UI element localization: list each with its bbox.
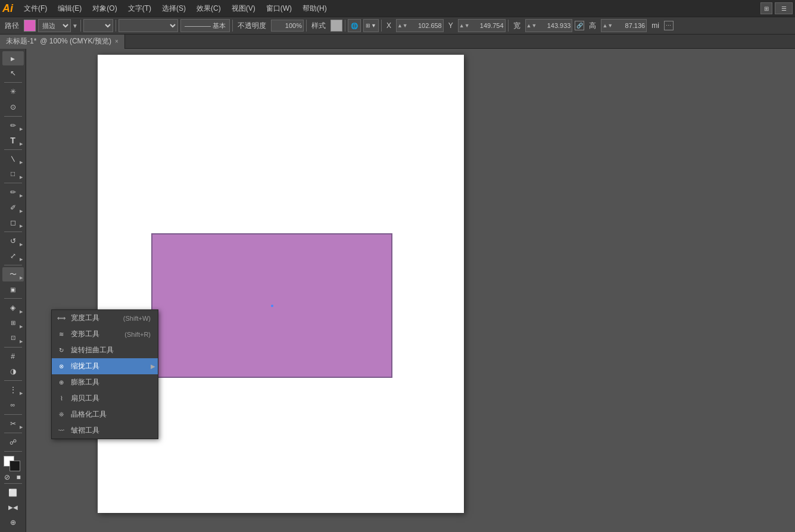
globe-btn[interactable]: 🌐	[348, 19, 361, 32]
ctx-pucker-tool[interactable]: ⊗ 缩拢工具 ▶	[52, 358, 158, 374]
extra-tools[interactable]: ▶◀	[2, 500, 24, 515]
bloat-tool-icon: ⊕	[57, 378, 66, 387]
menu-object[interactable]: 对象(O)	[88, 2, 121, 15]
stroke-select[interactable]: 描边	[38, 19, 71, 32]
ctx-twirl-tool[interactable]: ↻ 旋转扭曲工具	[52, 342, 158, 358]
document-tab[interactable]: 未标题-1* @ 100% (CMYK/预览) ×	[0, 35, 125, 49]
artboard	[98, 55, 464, 513]
style-preview	[331, 20, 342, 32]
pen-tool[interactable]: ✏ ▶	[2, 118, 24, 133]
selection-tool[interactable]: ▸	[2, 51, 24, 65]
line-tool[interactable]: / ▶	[2, 152, 24, 166]
ctx-wrinkle-label: 皱褶工具	[71, 425, 151, 436]
scissors-tool[interactable]: ✂ ▶	[2, 417, 24, 431]
ctx-wrinkle-tool[interactable]: 〰 皱褶工具	[52, 423, 158, 439]
menu-help[interactable]: 帮助(H)	[298, 2, 332, 15]
blend-tool[interactable]: ∞	[2, 398, 24, 412]
twirl-tool-icon: ↻	[57, 346, 66, 355]
pencil-tool[interactable]: ✐ ▶	[2, 200, 24, 214]
unit-label: mi	[649, 21, 662, 30]
ctx-pucker-arrow: ▶	[151, 363, 155, 370]
menu-edit[interactable]: 编辑(E)	[53, 2, 86, 15]
width-tool-icon: ⟺	[57, 314, 66, 323]
change-screen-mode[interactable]: ⬜	[2, 486, 24, 500]
constrain-proportions[interactable]: 🔗	[575, 21, 584, 30]
rect-tool[interactable]: □ ▶	[2, 167, 24, 181]
crystallize-tool-icon: ❊	[57, 410, 66, 420]
direct-selection-tool[interactable]: ↖	[2, 66, 24, 80]
menu-file[interactable]: 文件(F)	[19, 2, 52, 15]
opacity-input[interactable]	[271, 20, 304, 32]
fill-color[interactable]	[24, 20, 36, 32]
rotate-tool[interactable]: ↺ ▶	[2, 234, 24, 248]
ctx-warp-tool[interactable]: ≋ 变形工具 (Shift+R)	[52, 326, 158, 342]
selected-rectangle[interactable]	[151, 233, 392, 378]
ctx-bloat-tool[interactable]: ⊕ 膨胀工具	[52, 374, 158, 390]
ctx-warp-shortcut: (Shift+R)	[124, 331, 151, 338]
tabbar: 未标题-1* @ 100% (CMYK/预览) ×	[0, 35, 795, 49]
w-input[interactable]	[537, 20, 572, 32]
zoom-tool-bottom[interactable]: ⊕	[2, 515, 24, 530]
menu-view[interactable]: 视图(V)	[227, 2, 260, 15]
magic-wand-tool[interactable]: ✳	[2, 85, 24, 99]
artboard-tool[interactable]: ☍	[2, 435, 24, 449]
menubar: Ai 文件(F) 编辑(E) 对象(O) 文字(T) 选择(S) 效果(C) 视…	[0, 0, 795, 17]
gradient-tool[interactable]: ◑	[2, 364, 24, 378]
mesh-tool[interactable]: #	[2, 349, 24, 364]
ctx-crystallize-tool[interactable]: ❊ 晶格化工具	[52, 406, 158, 423]
menu-type[interactable]: 文字(T)	[123, 2, 156, 15]
shape-builder-tool[interactable]: ◈ ▶	[2, 301, 24, 315]
y-input[interactable]	[470, 20, 505, 32]
context-menu: ⟺ 宽度工具 (Shift+W) ≋ 变形工具 (Shift+R) ↻ 旋转扭曲…	[51, 309, 158, 439]
wrinkle-tool-icon: 〰	[57, 426, 66, 436]
left-toolbar: ▸ ↖ ✳ ⊙ ✏ ▶ T ▶ / ▶ □ ▶ ✏	[0, 49, 26, 532]
menu-effect[interactable]: 效果(C)	[192, 2, 226, 15]
opacity-label: 不透明度	[235, 21, 269, 31]
y-label: Y	[446, 21, 456, 30]
x-input[interactable]	[409, 20, 443, 32]
gradient-icon[interactable]: ■	[14, 473, 23, 481]
eyedropper-tool[interactable]: ⋮ ▶	[2, 383, 24, 397]
app-logo: Ai	[2, 2, 13, 15]
perspective-tool[interactable]: ⊡ ▶	[2, 331, 24, 345]
pucker-tool-icon: ⊗	[57, 362, 66, 371]
path-label: 路径	[2, 21, 21, 31]
free-transform-tool[interactable]: ▣	[2, 282, 24, 296]
w-label: 宽	[511, 21, 523, 31]
mode-btn[interactable]: ⊞	[760, 2, 772, 14]
ctx-scallop-tool[interactable]: ⌇ 扇贝工具	[52, 390, 158, 406]
lasso-tool[interactable]: ⊙	[2, 100, 24, 114]
paintbrush-tool[interactable]: ✏ ▶	[2, 185, 24, 199]
transform-btn[interactable]: ⊞▼	[363, 19, 379, 32]
liquify-tool[interactable]: 〜 ▶	[2, 267, 24, 281]
ctx-width-shortcut: (Shift+W)	[123, 315, 151, 322]
stroke-style-select[interactable]	[119, 19, 178, 32]
scale-tool[interactable]: ⤢ ▶	[2, 249, 24, 263]
workspace-btn[interactable]: ☰	[775, 2, 793, 14]
tab-close-btn[interactable]: ×	[115, 38, 119, 45]
stroke-indicator[interactable]	[10, 461, 20, 471]
type-tool[interactable]: T ▶	[2, 133, 24, 148]
stroke-line-preview: ———— 基本	[185, 21, 226, 30]
color-indicator[interactable]	[2, 455, 24, 471]
ctx-warp-label: 变形工具	[71, 329, 113, 339]
menu-window[interactable]: 窗口(W)	[261, 2, 297, 15]
ctx-bloat-label: 膨胀工具	[71, 377, 151, 387]
scallop-tool-icon: ⌇	[57, 394, 66, 403]
eraser-tool[interactable]: ◻ ▶	[2, 215, 24, 230]
h-label: 高	[587, 21, 598, 31]
tab-title: 未标题-1*	[6, 36, 36, 46]
ctx-width-tool[interactable]: ⟺ 宽度工具 (Shift+W)	[52, 310, 158, 326]
h-input[interactable]	[613, 20, 646, 32]
menu-select[interactable]: 选择(S)	[157, 2, 191, 15]
center-dot	[271, 305, 273, 307]
live-paint-tool[interactable]: ⊞ ▶	[2, 316, 24, 330]
none-icon[interactable]: ⊘	[2, 473, 12, 481]
canvas-area: ⟺ 宽度工具 (Shift+W) ≋ 变形工具 (Shift+R) ↻ 旋转扭曲…	[26, 49, 795, 532]
ctx-scallop-label: 扇贝工具	[71, 393, 151, 403]
more-options[interactable]: ⋯	[664, 21, 674, 30]
ctx-pucker-label: 缩拢工具	[71, 361, 139, 371]
x-label: X	[384, 21, 394, 30]
style-label: 样式	[309, 21, 328, 31]
stroke-weight[interactable]	[83, 19, 113, 32]
